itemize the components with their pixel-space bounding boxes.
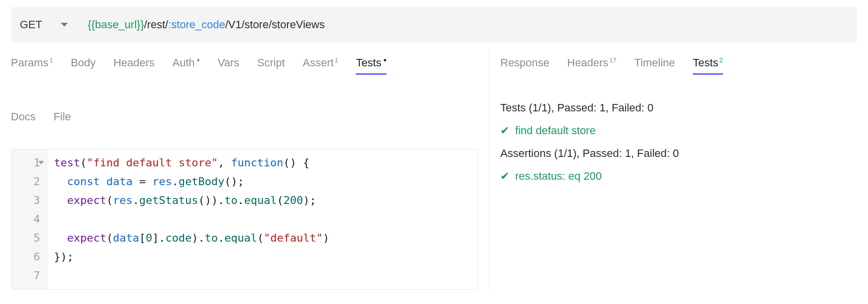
- response-tabs: Response Headers17 Timeline Tests2: [500, 47, 857, 80]
- assertion-result-pass: ✔ res.status: eq 200: [500, 170, 857, 183]
- line-number-gutter: 1 2 3 4 5 6 7: [11, 150, 48, 289]
- tab-file[interactable]: File: [53, 110, 71, 127]
- request-url-bar: GET {{base_url}}/rest/:store_code/V1/sto…: [11, 7, 857, 43]
- response-panel: Response Headers17 Timeline Tests2 Tests…: [489, 47, 868, 290]
- tests-summary: Tests (1/1), Passed: 1, Failed: 0: [500, 101, 857, 114]
- tests-code-editor[interactable]: 1 2 3 4 5 6 7 test("find default store",…: [11, 149, 478, 290]
- line-number: 2: [11, 172, 43, 191]
- code-content[interactable]: test("find default store", function() { …: [48, 150, 335, 289]
- tab-timeline[interactable]: Timeline: [634, 56, 675, 73]
- tab-assert[interactable]: Assert1: [303, 56, 338, 73]
- test-name: find default store: [515, 124, 596, 137]
- line-number: 7: [11, 266, 43, 285]
- assertion-name: res.status: eq 200: [515, 170, 602, 183]
- check-icon: ✔: [500, 170, 509, 183]
- tab-script[interactable]: Script: [257, 56, 285, 73]
- tab-vars[interactable]: Vars: [218, 56, 240, 73]
- request-panel: Params1 Body Headers Auth Vars Script As…: [0, 47, 489, 290]
- line-number: 4: [11, 210, 43, 229]
- url-path-variable: :store_code: [168, 18, 225, 31]
- chevron-down-icon: [61, 23, 68, 27]
- http-method-label: GET: [20, 18, 42, 31]
- line-number: 1: [11, 153, 43, 172]
- assertions-summary: Assertions (1/1), Passed: 1, Failed: 0: [500, 147, 857, 160]
- request-url[interactable]: {{base_url}}/rest/:store_code/V1/store/s…: [88, 18, 325, 31]
- test-results: Tests (1/1), Passed: 1, Failed: 0 ✔ find…: [500, 80, 857, 183]
- tab-tests[interactable]: Tests: [356, 56, 386, 75]
- test-result-pass: ✔ find default store: [500, 124, 857, 137]
- check-icon: ✔: [500, 124, 509, 137]
- tab-response[interactable]: Response: [500, 56, 549, 73]
- line-number: 3: [11, 191, 43, 210]
- tab-auth[interactable]: Auth: [172, 56, 200, 73]
- line-number: 5: [11, 229, 43, 248]
- tab-response-headers[interactable]: Headers17: [567, 56, 617, 73]
- request-tabs: Params1 Body Headers Auth Vars Script As…: [11, 47, 478, 132]
- line-number: 6: [11, 248, 43, 266]
- tab-headers[interactable]: Headers: [113, 56, 154, 73]
- url-variable: {{base_url}}: [88, 18, 144, 31]
- tab-params[interactable]: Params1: [11, 56, 53, 73]
- tab-response-tests[interactable]: Tests2: [693, 56, 723, 75]
- tab-docs[interactable]: Docs: [11, 110, 36, 127]
- http-method-selector[interactable]: GET: [20, 18, 88, 31]
- tab-body[interactable]: Body: [71, 56, 96, 73]
